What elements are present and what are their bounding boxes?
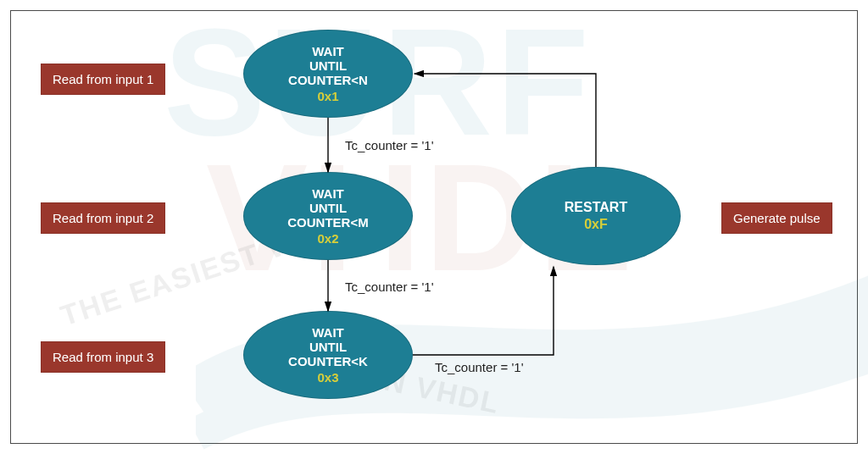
state-text-line: UNTIL	[309, 201, 347, 215]
state-text-line: UNTIL	[309, 58, 347, 73]
edge-label-s1-s2: Tc_counter = '1'	[345, 138, 434, 152]
label-generate-pulse: Generate pulse	[721, 202, 832, 234]
state-text-line: RESTART	[565, 200, 627, 215]
state-text-line: COUNTER<K	[288, 354, 368, 368]
label-read-input-2: Read from input 2	[41, 202, 165, 234]
state-text-line: WAIT	[312, 44, 344, 58]
label-read-input-3: Read from input 3	[41, 341, 165, 373]
state-text-line: UNTIL	[309, 340, 347, 354]
state-wait-counter-k: WAIT UNTIL COUNTER<K 0x3	[243, 311, 413, 399]
diagram-canvas: SURF VHDL THE EASIEST WAY TO LEARN VHDL …	[10, 10, 858, 444]
state-wait-counter-n: WAIT UNTIL COUNTER<N 0x1	[243, 30, 413, 118]
state-code: 0x2	[317, 231, 338, 246]
state-text-line: WAIT	[312, 186, 344, 201]
state-text-line: COUNTER<M	[287, 215, 368, 230]
state-text-line: COUNTER<N	[288, 73, 368, 87]
state-code: 0xF	[584, 217, 608, 232]
edge-label-s2-s3: Tc_counter = '1'	[345, 280, 434, 294]
edge-label-s3-restart: Tc_counter = '1'	[435, 360, 524, 374]
label-read-input-1: Read from input 1	[41, 64, 165, 95]
edge-restart-s1	[415, 74, 596, 167]
state-restart: RESTART 0xF	[511, 167, 681, 265]
state-code: 0x3	[317, 370, 338, 385]
state-text-line: WAIT	[312, 325, 344, 340]
state-code: 0x1	[317, 89, 338, 103]
state-wait-counter-m: WAIT UNTIL COUNTER<M 0x2	[243, 172, 413, 260]
